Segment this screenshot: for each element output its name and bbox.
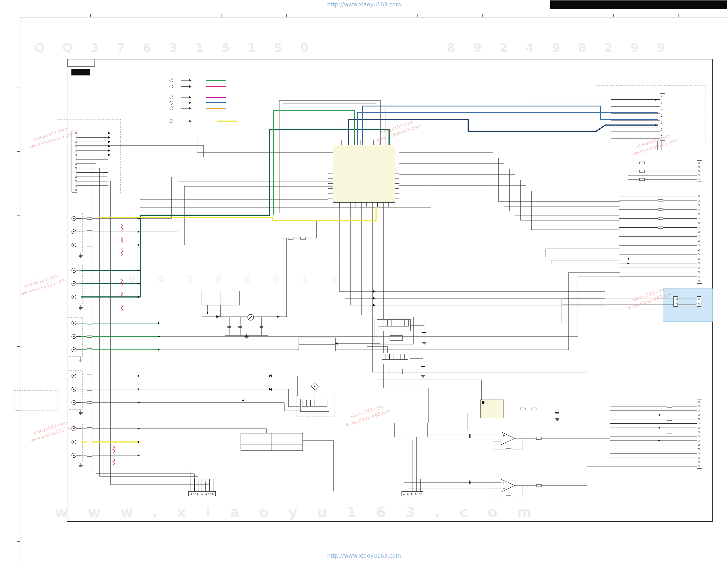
connector-pin [661, 109, 662, 111]
wire [372, 202, 610, 402]
jack-center [73, 349, 75, 351]
connector-pin [661, 95, 662, 97]
connector-pin [75, 185, 76, 186]
connector-pin [75, 172, 76, 173]
resistor [639, 170, 645, 172]
jack-center [73, 269, 75, 271]
connector-pin [661, 99, 662, 100]
signal-arrow [158, 322, 160, 324]
connector-pin [698, 227, 699, 228]
wire [159, 272, 620, 350]
connector-pin [698, 236, 699, 237]
resistor [288, 237, 293, 239]
connector-pin [676, 304, 677, 305]
connector-pin [698, 453, 699, 454]
signal-arrow [658, 427, 660, 429]
connector-pin [698, 298, 699, 300]
legend-arrowhead [189, 79, 191, 81]
component-box [390, 336, 402, 341]
signal-arrow [138, 296, 140, 298]
connector-pin [75, 137, 76, 138]
connector-pin [698, 162, 699, 164]
connector-pin [661, 102, 662, 104]
comb-connector [377, 320, 410, 331]
connector-pin [661, 130, 662, 132]
resistor [520, 408, 525, 410]
connector-pin [661, 123, 662, 125]
connector-pin [698, 179, 699, 180]
connector-pin [75, 141, 76, 142]
resistor [87, 217, 92, 219]
jack-center [73, 441, 75, 443]
component-box [68, 59, 95, 67]
wire [399, 169, 620, 211]
signal-arrow [373, 304, 376, 307]
ferrite-bead [121, 305, 123, 311]
connector-pin [698, 262, 699, 264]
jack-center [73, 389, 75, 390]
connector-pin [698, 218, 699, 219]
bridge-dot [314, 386, 316, 387]
comb-connector [380, 353, 410, 364]
connector-pin [698, 419, 699, 420]
connector-pin [75, 145, 76, 147]
connector-pin [698, 406, 699, 407]
wire [77, 139, 333, 152]
wire [410, 326, 424, 342]
signal-arrow [658, 440, 660, 442]
resistor [667, 405, 672, 407]
signal-arrow [655, 99, 657, 101]
connector-pin [698, 253, 699, 255]
connector-pin [698, 200, 699, 201]
connector-pin [698, 175, 699, 176]
wire [107, 177, 205, 492]
legend-bullet [170, 101, 173, 104]
connector-pin [698, 466, 699, 467]
connector-pin [698, 222, 699, 224]
resistor [536, 484, 541, 487]
connector-pin [75, 180, 76, 182]
signal-arrow [138, 375, 140, 377]
resistor [639, 178, 645, 180]
resistor [536, 437, 541, 440]
jack-center [73, 244, 75, 246]
wire [515, 466, 610, 486]
dashed-box [14, 391, 58, 410]
dashed-box [596, 85, 706, 145]
connector-pin [698, 240, 699, 242]
jack-center [73, 455, 75, 456]
diode [269, 388, 271, 391]
connector-pin [698, 213, 699, 215]
legend-arrowhead [189, 85, 191, 88]
signal-arrow [627, 262, 629, 264]
wire [76, 389, 300, 407]
wire [412, 440, 501, 479]
connector-pin [698, 280, 699, 282]
resistor [87, 375, 92, 377]
connector-pin [698, 410, 699, 411]
connector-pin [698, 267, 699, 268]
resistor [667, 431, 672, 433]
wire [76, 403, 300, 411]
signal-arrow [138, 401, 140, 404]
connector-pin [661, 106, 662, 107]
signal-arrow [138, 283, 140, 285]
signal-arrow [138, 388, 140, 390]
connector-body [697, 400, 702, 469]
wire [356, 202, 605, 312]
resistor [87, 322, 92, 324]
signal-arrow [373, 297, 376, 300]
jack-center [73, 296, 75, 298]
ferrite-bead [121, 237, 123, 243]
wire [140, 260, 620, 264]
resistor [667, 418, 672, 420]
legend-bullet [170, 107, 173, 110]
connector-pin [698, 166, 699, 168]
connector-pin [75, 189, 76, 191]
connector-body [72, 131, 77, 192]
signal-arrow [655, 118, 657, 120]
wire [408, 479, 501, 489]
connector-pin [698, 276, 699, 277]
connector-pin [698, 271, 699, 273]
wire [76, 429, 266, 433]
